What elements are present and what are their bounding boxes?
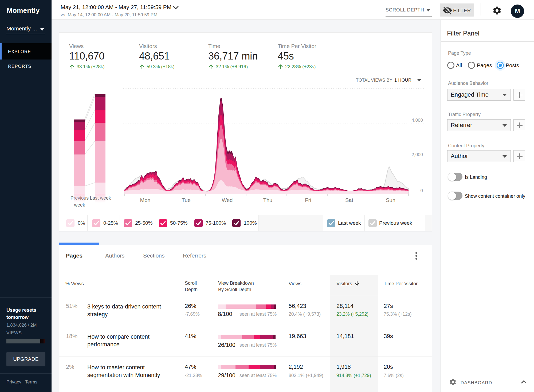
- svg-text:Tue: Tue: [182, 197, 191, 203]
- svg-text:Thu: Thu: [263, 197, 272, 203]
- svg-text:2,000: 2,000: [411, 152, 423, 157]
- svg-text:Wed: Wed: [222, 197, 233, 203]
- svg-text:4,000: 4,000: [411, 118, 423, 123]
- svg-text:Mon: Mon: [140, 197, 151, 203]
- svg-text:0: 0: [421, 188, 423, 193]
- svg-text:Fri: Fri: [305, 197, 311, 203]
- svg-text:Sun: Sun: [386, 197, 395, 203]
- svg-text:week: week: [74, 202, 85, 208]
- svg-text:Sat: Sat: [345, 197, 353, 203]
